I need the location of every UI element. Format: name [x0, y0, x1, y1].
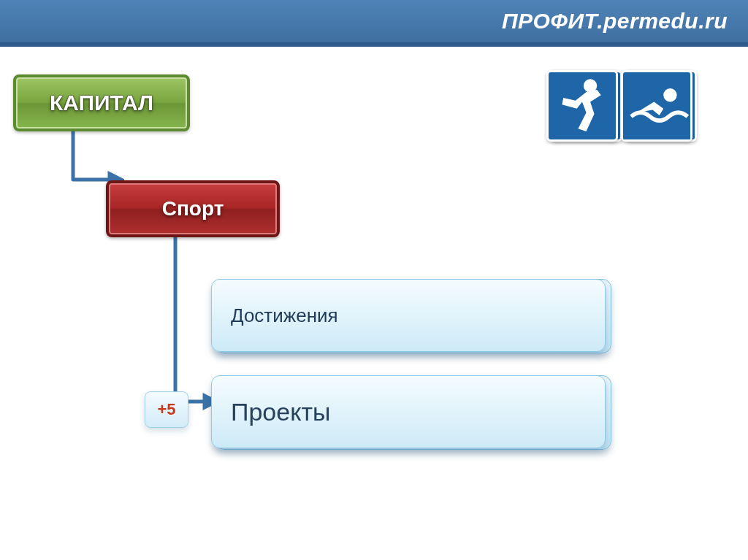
card-front: Проекты	[211, 375, 606, 448]
node-capital-label: КАПИТАЛ	[50, 91, 153, 115]
bonus-tag: +5	[145, 391, 188, 428]
node-achievements: Достижения	[211, 279, 606, 359]
sports-icons	[543, 70, 704, 194]
node-achievements-label: Достижения	[231, 304, 338, 327]
bonus-label: +5	[157, 400, 175, 419]
node-projects: Проекты	[211, 375, 606, 456]
swimming-icon	[621, 70, 692, 142]
node-projects-label: Проекты	[231, 398, 330, 426]
header-bar: ПРОФИТ.permedu.ru	[0, 0, 748, 47]
node-capital: КАПИТАЛ	[13, 74, 190, 131]
node-sport: Спорт	[106, 180, 280, 237]
header-title: ПРОФИТ.permedu.ru	[502, 9, 728, 34]
card-front: Достижения	[211, 279, 606, 352]
svg-point-8	[663, 88, 676, 101]
node-sport-label: Спорт	[162, 197, 224, 220]
diagram-canvas: КАПИТАЛ Спорт Достижения Проекты +5	[0, 47, 748, 560]
running-icon	[546, 70, 618, 142]
